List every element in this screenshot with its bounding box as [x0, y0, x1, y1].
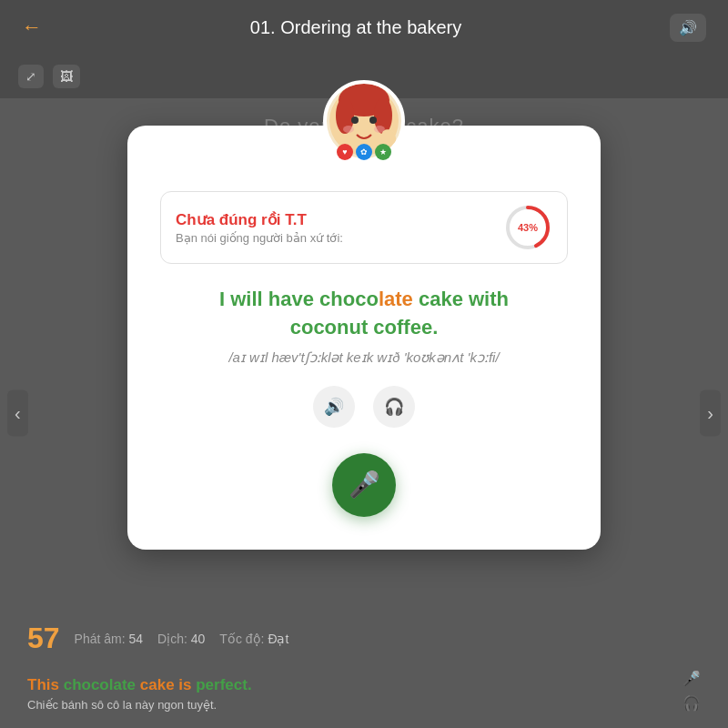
prev-arrow[interactable]: ‹ — [7, 390, 28, 437]
avatar-container: ♥ ✿ ★ — [323, 80, 405, 162]
image-icon[interactable]: 🖼 — [53, 65, 80, 88]
dich-label: Dịch: — [157, 632, 187, 646]
svg-point-4 — [351, 116, 359, 124]
mic-icon: 🎤 — [349, 470, 380, 500]
toc-do-label: Tốc độ: — [219, 632, 264, 646]
dich-stat: Dịch: 40 — [157, 632, 205, 646]
total-score: 57 — [27, 622, 60, 655]
badge-star: ★ — [375, 144, 391, 160]
phonetic-text: /aɪ wɪl hæv'tʃɔːklət keɪk wɪð 'koʊkənʌt … — [219, 349, 509, 366]
svg-point-6 — [343, 126, 354, 133]
resize-icon[interactable]: ⤢ — [18, 65, 44, 88]
bottom-sentence-text: This chocolate cake is perfect. — [27, 676, 701, 694]
toc-do-value: Đạt — [268, 632, 288, 646]
phat-am-value: 54 — [129, 632, 144, 646]
stats-row: 57 Phát âm: 54 Dịch: 40 Tốc độ: Đạt — [0, 622, 728, 655]
word-perfect: perfect. — [196, 676, 251, 693]
percent-label: 43% — [518, 222, 538, 233]
top-bar: ← 01. Ordering at the bakery 🔊 — [0, 0, 728, 55]
page-title: 01. Ordering at the bakery — [250, 17, 461, 38]
headphone-button[interactable]: 🎧 — [373, 386, 415, 428]
word-cake2: cake — [140, 676, 179, 693]
word-is: is — [178, 676, 196, 693]
word-will: will — [230, 288, 268, 310]
score-title: Chưa đúng rồi T.T — [176, 210, 343, 229]
bottom-sentence-subtitle: Chiếc bánh sô cô la này ngon tuyệt. — [27, 698, 701, 712]
toc-do-stat: Tốc độ: Đạt — [219, 632, 288, 646]
score-text-area: Chưa đúng rồi T.T Bạn nói giống người bả… — [176, 210, 343, 245]
bottom-headphone-icon[interactable]: 🎧 — [682, 694, 701, 712]
word-have: have — [268, 288, 319, 310]
avatar-badges: ♥ ✿ ★ — [337, 144, 391, 160]
word-this: This — [27, 676, 64, 693]
speaker-button[interactable]: 🔊 — [670, 14, 706, 42]
audio-buttons: 🔊 🎧 — [313, 386, 415, 428]
word-cake: cake — [419, 288, 469, 310]
svg-point-5 — [369, 116, 377, 124]
dich-value: 40 — [191, 632, 206, 646]
phat-am-stat: Phát âm: 54 — [75, 632, 144, 646]
phat-am-label: Phát âm: — [75, 632, 126, 646]
play-button[interactable]: 🔊 — [313, 386, 355, 428]
word-i: I — [219, 288, 230, 310]
word-coconut-coffee: coconut coffee. — [290, 316, 439, 339]
word-chocolate: chocolate — [64, 676, 140, 693]
mic-button[interactable]: 🎤 — [332, 453, 396, 517]
badge-flower: ✿ — [356, 144, 372, 160]
bottom-icons: 🎤 🎧 — [682, 670, 701, 712]
score-subtitle: Bạn nói giống người bản xứ tới: — [176, 231, 343, 245]
sentence-text: I will have chocolate cake with coconut … — [219, 286, 509, 342]
score-box: Chưa đúng rồi T.T Bạn nói giống người bả… — [160, 191, 568, 264]
content-area: Do you _____ cake? ‹ › — [0, 98, 728, 728]
sentence-area: I will have chocolate cake with coconut … — [219, 286, 509, 366]
circular-progress: 43% — [503, 203, 552, 252]
badge-heart: ♥ — [337, 144, 353, 160]
word-with: with — [469, 288, 509, 310]
word-late: late — [379, 288, 413, 310]
bottom-mic-icon[interactable]: 🎤 — [682, 670, 701, 687]
back-button[interactable]: ← — [22, 15, 42, 39]
next-arrow[interactable]: › — [700, 390, 721, 437]
bottom-sentence: This chocolate cake is perfect. Chiếc bá… — [0, 676, 728, 712]
word-choco: choco — [319, 288, 379, 310]
pronunciation-modal: ♥ ✿ ★ Chưa đúng rồi T.T Bạn nói giống ng… — [127, 126, 601, 550]
